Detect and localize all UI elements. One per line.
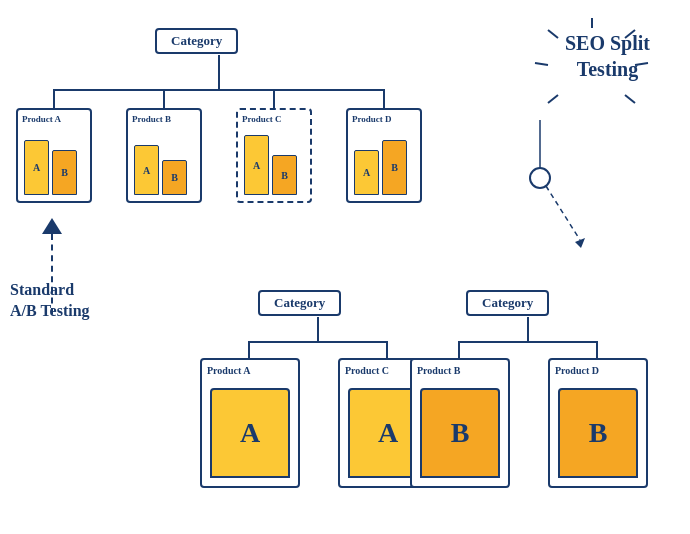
top-product-label-2: Product B (132, 114, 171, 124)
top-product-box-4: Product D A B (346, 108, 422, 203)
bottom-product-box-d: Product D B (548, 358, 648, 488)
bot-horiz-line-1 (248, 341, 388, 343)
bottom-bar-b-2: B (558, 388, 638, 478)
bottom-product-box-b: Product B B (410, 358, 510, 488)
bottom-bar-a-1: A (210, 388, 290, 478)
bottom-category-1: Category (258, 290, 341, 316)
top-drop-2 (163, 89, 165, 109)
top-drop-1 (53, 89, 55, 109)
svg-line-3 (548, 30, 558, 38)
bot-drop-1b (386, 341, 388, 359)
top-bar-a-4: A (354, 150, 379, 195)
bottom-product-label-b: Product B (417, 365, 460, 376)
bot-vert-line-1 (317, 317, 319, 342)
bottom-product-label-a: Product A (207, 365, 250, 376)
top-bar-b-1: B (52, 150, 77, 195)
svg-line-8 (546, 186, 580, 240)
svg-line-4 (535, 63, 548, 65)
top-product-label-3: Product C (242, 114, 282, 124)
diagram-container: Category Product A A B Product B A B (0, 0, 690, 534)
top-bar-a-3: A (244, 135, 269, 195)
top-horiz-line (53, 89, 385, 91)
bottom-bar-b-1: B (420, 388, 500, 478)
svg-point-7 (530, 168, 550, 188)
top-bar-b-2: B (162, 160, 187, 195)
top-vert-line (218, 55, 220, 90)
up-arrow (42, 218, 62, 234)
bot-drop-2a (458, 341, 460, 359)
bottom-product-label-d: Product D (555, 365, 599, 376)
top-bar-b-4: B (382, 140, 407, 195)
bot-drop-1a (248, 341, 250, 359)
top-bars-1: A B (24, 140, 77, 195)
top-product-label-1: Product A (22, 114, 61, 124)
svg-line-5 (548, 95, 558, 103)
top-drop-4 (383, 89, 385, 109)
top-product-label-4: Product D (352, 114, 392, 124)
top-bar-b-3: B (272, 155, 297, 195)
top-product-box-3: Product C A B (236, 108, 312, 203)
top-product-box-1: Product A A B (16, 108, 92, 203)
standard-ab-label: Standard A/B Testing (10, 280, 90, 322)
top-drop-3 (273, 89, 275, 109)
top-bars-4: A B (354, 140, 407, 195)
top-category-box: Category (155, 28, 238, 54)
svg-line-6 (625, 95, 635, 103)
svg-marker-9 (575, 238, 585, 248)
bottom-product-label-c: Product C (345, 365, 389, 376)
seo-split-testing-label: SEO SplitTesting (565, 30, 650, 82)
bot-drop-2b (596, 341, 598, 359)
top-bars-3: A B (244, 135, 297, 195)
top-product-box-2: Product B A B (126, 108, 202, 203)
bot-horiz-line-2 (458, 341, 598, 343)
bottom-category-2: Category (466, 290, 549, 316)
bot-vert-line-2 (527, 317, 529, 342)
top-bars-2: A B (134, 145, 187, 195)
bottom-product-box-a: Product A A (200, 358, 300, 488)
top-category-label: Category (171, 33, 222, 48)
top-bar-a-2: A (134, 145, 159, 195)
top-bar-a-1: A (24, 140, 49, 195)
